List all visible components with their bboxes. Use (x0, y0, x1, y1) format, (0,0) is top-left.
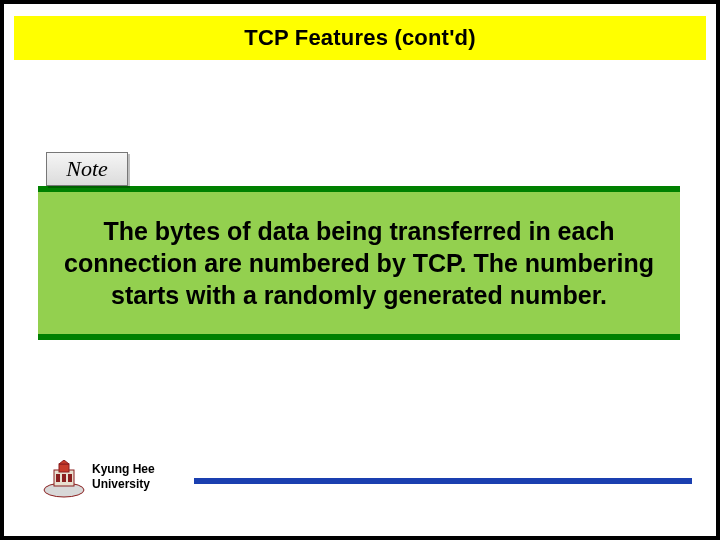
note-label: Note (66, 156, 108, 182)
svg-marker-6 (59, 460, 69, 464)
slide-title: TCP Features (cont'd) (244, 25, 476, 51)
title-bar: TCP Features (cont'd) (14, 16, 706, 60)
svg-rect-2 (59, 464, 69, 472)
svg-rect-5 (68, 474, 72, 482)
svg-rect-4 (62, 474, 66, 482)
svg-rect-3 (56, 474, 60, 482)
note-text: The bytes of data being transferred in e… (56, 215, 662, 311)
note-rule-bottom (38, 334, 680, 340)
note-body: The bytes of data being transferred in e… (38, 192, 680, 334)
footer: Kyung Hee University (42, 458, 698, 502)
university-name: Kyung Hee University (92, 462, 155, 492)
slide: TCP Features (cont'd) Note The bytes of … (4, 4, 716, 536)
university-logo-icon (42, 460, 86, 498)
university-name-line2: University (92, 477, 150, 491)
footer-rule (194, 478, 692, 484)
university-name-line1: Kyung Hee (92, 462, 155, 476)
note-tab: Note (46, 152, 128, 186)
